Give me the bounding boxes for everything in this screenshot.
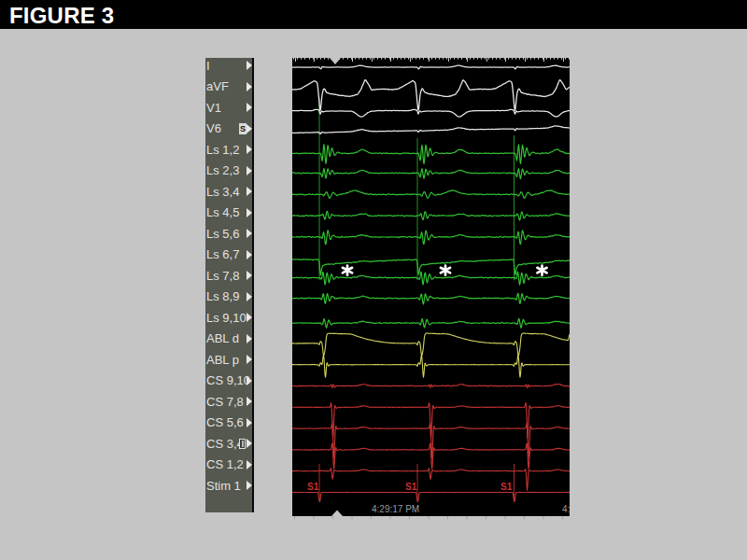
svg-text:4:2: 4:2	[562, 504, 570, 514]
svg-text:4:29:17 PM: 4:29:17 PM	[372, 504, 419, 514]
svg-text:S1: S1	[500, 482, 513, 492]
svg-text:S1: S1	[307, 482, 319, 492]
svg-text:S1: S1	[405, 482, 417, 492]
